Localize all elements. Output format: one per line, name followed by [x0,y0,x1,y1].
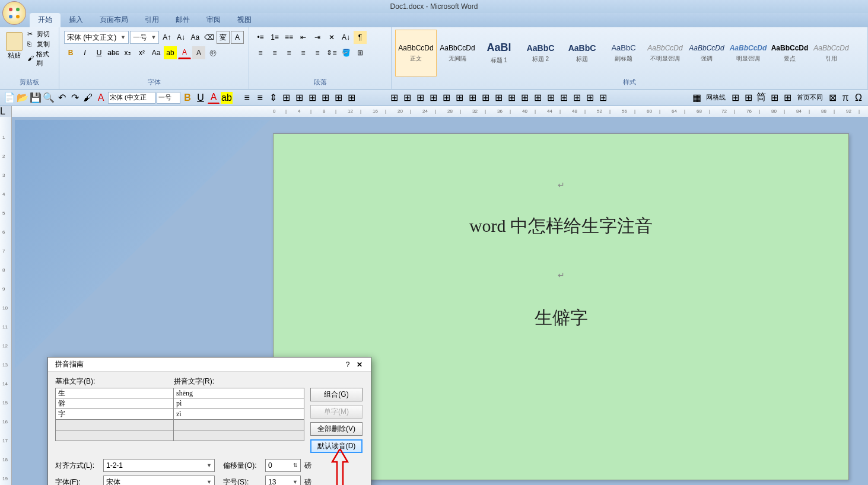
multilevel-button[interactable]: ≡≡ [282,31,295,44]
qat-tbl2[interactable]: ⊞ [401,92,413,104]
tab-page-layout[interactable]: 页面布局 [91,13,136,27]
qat-btn7[interactable]: ⊞ [345,92,357,104]
numbering-button[interactable]: 1≡ [268,31,281,44]
undo-button[interactable]: ↶ [56,92,68,104]
qat-fontcolor2-button[interactable]: A [208,92,220,104]
font-color-button[interactable]: A [178,46,191,59]
ruby-cell[interactable]: pì [174,398,304,409]
qat-bold-button[interactable]: B [182,92,193,104]
base-cell[interactable]: 字 [55,409,174,420]
style-item[interactable]: AaBbCcDd无间隔 [437,30,478,76]
qat-btn6[interactable]: ⊞ [332,92,344,104]
qat-tbl10[interactable]: ⊞ [505,92,517,104]
tab-references[interactable]: 引用 [136,13,167,27]
horizontal-ruler[interactable]: 0|4|8|12|16|20|24|28|32|36|40|44|48|52|5… [12,106,868,117]
style-item[interactable]: AaBbC副标题 [603,30,644,76]
qat-tbl11[interactable]: ⊞ [519,92,530,104]
ruler-corner[interactable]: L [0,106,12,117]
enclose-char-button[interactable]: ㊥ [206,46,220,59]
ruby-cell[interactable] [174,430,304,441]
bold-button[interactable]: B [64,46,77,59]
qat-align-button[interactable]: ≡ [241,92,253,104]
qat-tbl15[interactable]: ⊞ [571,92,583,104]
qat-tbl1[interactable]: ⊞ [388,92,400,104]
line-spacing-button[interactable]: ⇕≡ [325,46,338,59]
qat-brush-button[interactable]: 🖌 [82,92,94,104]
dialog-fontsize-input[interactable]: 13▼ [265,476,301,485]
qat-end1[interactable]: ⊠ [826,92,838,104]
shading-button[interactable]: 🪣 [339,46,352,59]
alignment-select[interactable]: 1-2-1▼ [103,459,215,472]
qat-underline-button[interactable]: U [195,92,206,104]
underline-button[interactable]: U [93,46,106,59]
base-cell[interactable] [55,420,174,430]
qat-font-color-button[interactable]: A [95,92,107,104]
qat-tbl17[interactable]: ⊞ [597,92,609,104]
subscript-button[interactable]: x₂ [121,46,134,59]
qat-highlight2-button[interactable]: ab [221,92,233,104]
font-size-select[interactable]: 一号▼ [130,31,160,44]
vertical-ruler[interactable]: 1234567891011121314151617181920 [0,117,12,485]
qat-tbl6[interactable]: ⊞ [453,92,465,104]
cut-button[interactable]: ✂剪切 [27,30,55,39]
paste-button[interactable]: 粘贴 [4,30,25,68]
qat-btn2[interactable]: ⊞ [280,92,292,104]
qat-btn3[interactable]: ⊞ [293,92,305,104]
qat-tbl14[interactable]: ⊞ [558,92,570,104]
base-cell[interactable]: 僻 [55,398,174,409]
tab-review[interactable]: 审阅 [198,13,229,27]
qat-font-select[interactable]: 宋体 (中文正 [108,92,155,104]
shrink-font-button[interactable]: A↓ [174,31,187,44]
style-item[interactable]: AaBbCcDd要点 [769,30,810,76]
style-item[interactable]: AaBbCcDd正文 [395,30,437,76]
qat-misc2[interactable]: ⊞ [742,92,754,104]
decrease-indent-button[interactable]: ⇤ [297,31,310,44]
offset-input[interactable]: 0⇅ [265,459,301,472]
qat-tbl7[interactable]: ⊞ [466,92,478,104]
qat-tbl3[interactable]: ⊞ [414,92,426,104]
char-shading-button[interactable]: A [192,46,205,59]
print-preview-button[interactable]: 🔍 [43,92,55,104]
justify-button[interactable]: ≡ [297,46,310,59]
qat-center-button[interactable]: ≡ [254,92,266,104]
style-item[interactable]: AaBbC标题 [561,30,603,76]
char-border-button[interactable]: A [231,31,244,44]
qat-misc1[interactable]: ⊞ [729,92,741,104]
align-left-button[interactable]: ≡ [254,46,267,59]
style-item[interactable]: AaBbC标题 2 [520,30,561,76]
dialog-help-button[interactable]: ? [346,360,350,369]
ruby-cell[interactable]: zì [174,409,304,420]
qat-tbl9[interactable]: ⊞ [492,92,504,104]
dialog-font-select[interactable]: 宋体▼ [103,476,215,485]
ruby-cell[interactable] [174,420,304,430]
style-item[interactable]: AaBbCcDd强调 [686,30,727,76]
text-effects-button[interactable]: Aa [150,46,163,59]
phonetic-guide-button[interactable]: 変 [217,31,230,44]
ruby-cell[interactable]: shēng [174,388,304,398]
qat-btn4[interactable]: ⊞ [306,92,318,104]
copy-button[interactable]: ⎘复制 [27,40,55,49]
tab-home[interactable]: 开始 [30,13,61,27]
strike-button[interactable]: abc [107,46,120,59]
borders-button[interactable]: ⊞ [354,46,367,59]
align-center-button[interactable]: ≡ [268,46,281,59]
qat-btn5[interactable]: ⊞ [319,92,331,104]
open-button[interactable]: 📂 [17,92,28,104]
style-item[interactable]: AaBbCcDd不明显强调 [644,30,686,76]
qat-misc5[interactable]: ⊞ [781,92,793,104]
increase-indent-button[interactable]: ⇥ [311,31,324,44]
qat-end3[interactable]: Ω [853,92,864,104]
base-cell[interactable]: 生 [55,388,174,398]
style-item[interactable]: AaBl标题 1 [478,30,520,76]
grow-font-button[interactable]: A↑ [160,31,173,44]
qat-tbl8[interactable]: ⊞ [479,92,491,104]
tab-insert[interactable]: 插入 [61,13,91,27]
qat-tbl4[interactable]: ⊞ [427,92,439,104]
base-cell[interactable] [55,430,174,441]
first-page-diff-label[interactable]: 首页不同 [797,93,823,102]
office-button[interactable] [2,1,26,25]
style-item[interactable]: AaBbCcDd引用 [810,30,852,76]
gridlines-label[interactable]: 网格线 [706,93,726,102]
sort-button[interactable]: A↓ [339,31,352,44]
page-content[interactable]: 生僻字 [274,306,848,330]
